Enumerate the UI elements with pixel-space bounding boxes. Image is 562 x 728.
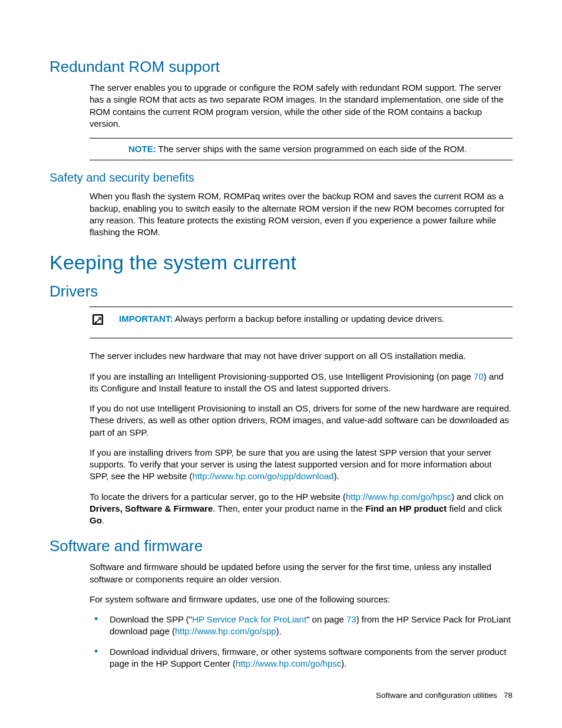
text: . Then, enter your product name in the: [213, 503, 365, 513]
software-firmware-body: Software and firmware should be updated …: [90, 561, 513, 605]
redundant-rom-body: The server enables you to upgrade or con…: [90, 82, 513, 130]
paragraph: The server enables you to upgrade or con…: [90, 82, 513, 130]
heading-safety-benefits: Safety and security benefits: [49, 171, 513, 185]
document-page: Redundant ROM support The server enables…: [0, 0, 562, 728]
heading-redundant-rom: Redundant ROM support: [49, 58, 513, 76]
note-label: NOTE:: [128, 144, 156, 154]
heading-drivers: Drivers: [49, 282, 513, 301]
text: field and click: [447, 503, 502, 513]
link-hpsc[interactable]: http://www.hp.com/go/hpsc: [346, 492, 451, 502]
list-item: Download the SPP ("HP Service Pack for P…: [90, 614, 513, 638]
important-label: IMPORTANT:: [119, 314, 173, 324]
bold-text: Go: [90, 515, 102, 525]
list-item: Download individual drivers, firmware, o…: [90, 646, 513, 670]
paragraph: Software and firmware should be updated …: [90, 561, 513, 585]
page-link-73[interactable]: 73: [346, 614, 356, 624]
important-text: Always perform a backup before installin…: [173, 314, 444, 324]
paragraph: When you flash the system ROM, ROMPaq wr…: [90, 190, 513, 238]
footer-text: Software and configuration utilities: [376, 691, 497, 700]
safety-body: When you flash the system ROM, ROMPaq wr…: [90, 190, 513, 238]
link-spp-download[interactable]: http://www.hp.com/go/spp/download: [193, 471, 334, 481]
note-box: NOTE: The server ships with the same ver…: [90, 138, 513, 160]
text: ) and click on: [451, 492, 503, 502]
paragraph: To locate the drivers for a particular s…: [90, 491, 513, 527]
link-hpsc-2[interactable]: http://www.hp.com/go/hpsc: [236, 658, 341, 668]
text: To locate the drivers for a particular s…: [90, 492, 346, 502]
important-text-col: IMPORTANT: Always perform a backup befor…: [119, 313, 513, 325]
bullet-list: Download the SPP ("HP Service Pack for P…: [90, 614, 513, 670]
svg-point-2: [95, 322, 96, 323]
paragraph: If you are installing drivers from SPP, …: [90, 447, 513, 483]
link-spp[interactable]: http://www.hp.com/go/spp: [175, 626, 276, 636]
paragraph: If you are installing an Intelligent Pro…: [90, 371, 513, 395]
paragraph: The server includes new hardware that ma…: [90, 350, 513, 362]
paragraph: For system software and firmware updates…: [90, 594, 513, 605]
heading-keeping-current: Keeping the system current: [49, 251, 513, 274]
text: " on page: [306, 614, 346, 624]
bold-text: Find an HP product: [365, 503, 447, 513]
text: ).: [334, 471, 339, 481]
text: .: [102, 515, 104, 525]
text: ).: [276, 626, 282, 636]
page-link-70[interactable]: 70: [474, 371, 484, 381]
important-icon: [90, 313, 106, 326]
important-box: IMPORTANT: Always perform a backup befor…: [90, 307, 513, 338]
page-number: 78: [504, 691, 513, 700]
text: If you are installing an Intelligent Pro…: [90, 371, 474, 381]
text: Download the SPP (": [110, 614, 192, 624]
text: ).: [341, 658, 346, 668]
bold-text: Drivers, Software & Firmware: [90, 503, 213, 513]
link-hp-service-pack[interactable]: HP Service Pack for ProLiant: [192, 614, 306, 624]
drivers-body: The server includes new hardware that ma…: [90, 350, 513, 526]
paragraph: If you do not use Intelligent Provisioni…: [90, 403, 513, 439]
note-text: The server ships with the same version p…: [156, 144, 467, 154]
page-footer: Software and configuration utilities 78: [376, 691, 513, 700]
heading-software-firmware: Software and firmware: [49, 537, 513, 555]
